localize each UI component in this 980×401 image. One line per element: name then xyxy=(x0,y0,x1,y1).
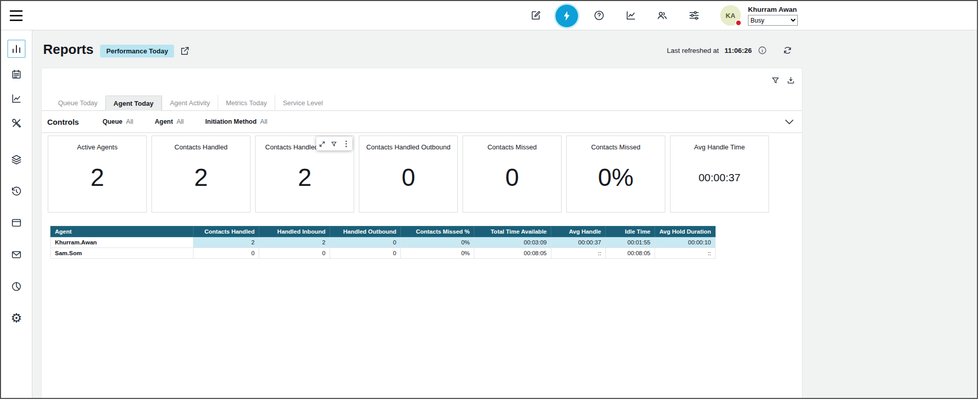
kpi-value: 0 xyxy=(463,151,561,204)
last-refreshed-time: 11:06:26 xyxy=(724,47,752,54)
metric-cell: 2 xyxy=(259,237,330,248)
avatar-initials: KA xyxy=(726,12,736,20)
kpi-value: 2 xyxy=(48,151,146,204)
open-in-new-window-icon[interactable] xyxy=(180,46,190,56)
kpi-title: Contacts Handled Outbound xyxy=(359,143,457,151)
metric-cell: 00:01:55 xyxy=(606,237,655,248)
settings-sliders-icon[interactable] xyxy=(688,10,700,21)
status-dot xyxy=(735,20,742,26)
kpi-value: 2 xyxy=(152,151,250,204)
sidebar-item-mail[interactable] xyxy=(11,249,22,260)
kpi-title: Contacts Missed xyxy=(463,143,561,151)
card-actions xyxy=(771,76,795,85)
info-icon[interactable] xyxy=(758,46,767,55)
page-title: Reports xyxy=(43,42,93,58)
filter-icon[interactable] xyxy=(331,140,338,147)
metric-cell: 0 xyxy=(259,248,330,259)
metric-cell: 0 xyxy=(330,248,401,259)
metric-cell: 00:03:09 xyxy=(474,237,551,248)
agent-name-cell: Sam.Som xyxy=(51,248,194,259)
user-name: Khurram Awan xyxy=(748,6,798,13)
initiation-method-filter[interactable]: Initiation Method All xyxy=(205,118,267,125)
kpi-card-contacts-missed: Contacts Missed 0 xyxy=(463,136,562,213)
report-badge: Performance Today xyxy=(100,45,174,58)
hamburger-menu-icon[interactable] xyxy=(10,10,23,21)
metric-cell: 0 xyxy=(330,237,401,248)
tab-metrics-today[interactable]: Metrics Today xyxy=(218,95,275,110)
column-header[interactable]: Idle Time xyxy=(606,226,655,237)
metric-cell: 0% xyxy=(401,237,474,248)
expand-icon[interactable] xyxy=(319,140,326,147)
user-block: Khurram Awan Busy xyxy=(748,6,798,26)
last-refreshed-label: Last refreshed at xyxy=(667,47,719,54)
report-card: Queue Today Agent Today Agent Activity M… xyxy=(41,68,802,398)
status-select[interactable]: Busy xyxy=(748,15,798,26)
sidebar-item-history[interactable] xyxy=(11,186,22,197)
column-header[interactable]: Handled Inbound xyxy=(259,226,330,237)
table-row[interactable]: Khurram.Awan 2 2 0 0% 00:03:09 00:00:37 … xyxy=(51,237,716,248)
kpi-card-contacts-handled: Contacts Handled 2 xyxy=(151,136,251,213)
tab-service-level[interactable]: Service Level xyxy=(275,95,331,110)
table-header-row: Agent Contacts Handled Handled Inbound H… xyxy=(51,226,716,237)
top-bar: KA Khurram Awan Busy xyxy=(1,1,977,30)
chevron-down-icon[interactable] xyxy=(784,117,795,127)
metric-cell: 00:00:10 xyxy=(655,237,716,248)
column-header[interactable]: Handled Outbound xyxy=(330,226,401,237)
column-header[interactable]: Agent xyxy=(51,226,194,237)
agent-filter[interactable]: Agent All xyxy=(155,118,183,125)
controls-title: Controls xyxy=(47,118,79,126)
notes-icon[interactable] xyxy=(530,10,542,21)
column-header[interactable]: Avg Handle xyxy=(551,226,606,237)
metric-cell: 0 xyxy=(194,248,259,259)
kpi-value: 2 xyxy=(256,151,354,204)
metric-cell: 0% xyxy=(401,248,474,259)
kpi-card-active-agents: Active Agents 2 xyxy=(48,136,147,213)
user-avatar[interactable]: KA xyxy=(720,5,741,26)
kpi-card-contacts-missed-pct: Contacts Missed 0% xyxy=(566,136,665,213)
help-icon[interactable] xyxy=(593,10,605,21)
kpi-value: 0% xyxy=(567,151,665,204)
metric-cell: 00:08:05 xyxy=(474,248,551,259)
kpi-card-contacts-handled-inbound: Contacts Handled Inbound 2 ⋮ xyxy=(255,136,354,213)
kpi-title: Active Agents xyxy=(48,143,146,151)
sidebar-item-browser[interactable] xyxy=(11,217,22,228)
refresh-area: Last refreshed at 11:06:26 xyxy=(667,46,792,55)
sidebar-item-schedule[interactable] xyxy=(11,69,22,80)
kpi-value: 0 xyxy=(359,151,457,204)
metrics-icon[interactable] xyxy=(625,10,637,21)
sidebar-item-metrics[interactable] xyxy=(11,93,22,104)
filter-icon[interactable] xyxy=(771,76,780,85)
download-icon[interactable] xyxy=(786,76,795,85)
column-header[interactable]: Avg Hold Duration xyxy=(655,226,716,237)
tab-queue-today[interactable]: Queue Today xyxy=(50,95,105,110)
controls-bar: Controls Queue All Agent All Initiation … xyxy=(42,111,802,133)
sidebar-item-reports[interactable] xyxy=(7,40,26,58)
sidebar-item-pie-chart[interactable] xyxy=(11,281,22,292)
report-tabs: Queue Today Agent Today Agent Activity M… xyxy=(42,95,802,111)
agent-name-cell: Khurram.Awan xyxy=(51,237,194,248)
metric-cell: 2 xyxy=(194,237,259,248)
team-icon[interactable] xyxy=(657,10,668,21)
column-header[interactable]: Total Time Available xyxy=(474,226,551,237)
table-row[interactable]: Sam.Som 0 0 0 0% 00:08:05 :: 00:08:05 :: xyxy=(51,248,716,259)
queue-filter[interactable]: Queue All xyxy=(103,118,133,125)
more-options-icon[interactable]: ⋮ xyxy=(342,140,350,147)
sidebar-item-layers[interactable] xyxy=(11,154,22,165)
kpi-value: 00:00:37 xyxy=(670,151,768,204)
quick-actions-icon[interactable] xyxy=(555,5,578,27)
refresh-icon[interactable] xyxy=(783,46,792,55)
column-header[interactable]: Contacts Missed % xyxy=(401,226,474,237)
sidebar-item-tools[interactable] xyxy=(11,118,22,129)
kpi-card-contacts-handled-outbound: Contacts Handled Outbound 0 xyxy=(359,136,458,213)
kpi-hover-toolbar: ⋮ xyxy=(316,137,352,150)
main-area: Reports Performance Today Last refreshed… xyxy=(32,30,977,398)
agent-metrics-table: Agent Contacts Handled Handled Inbound H… xyxy=(50,226,716,259)
gear-icon[interactable]: ⚙ xyxy=(10,311,23,324)
tab-agent-today[interactable]: Agent Today xyxy=(105,96,162,111)
app-window: KA Khurram Awan Busy xyxy=(0,0,978,399)
metric-cell: :: xyxy=(655,248,716,259)
metric-cell: 00:00:37 xyxy=(551,237,606,248)
kpi-title: Contacts Handled xyxy=(152,143,250,151)
column-header[interactable]: Contacts Handled xyxy=(194,226,259,237)
tab-agent-activity[interactable]: Agent Activity xyxy=(162,95,218,110)
